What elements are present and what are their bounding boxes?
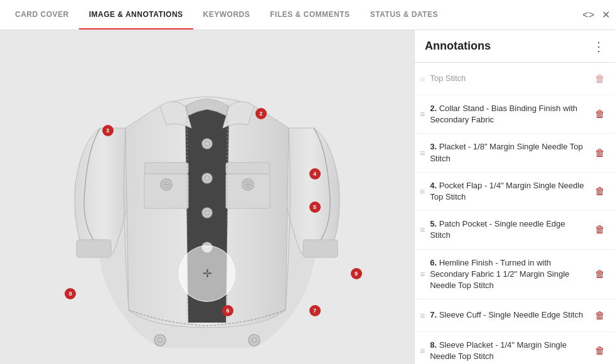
svg-rect-1 xyxy=(144,163,188,174)
main-content: 2 3 4 5 6 7 8 9 ✛ Annotations ⋮ ≡ Top St… xyxy=(0,30,615,364)
delete-annotation-button[interactable]: 🗑 xyxy=(592,72,607,86)
svg-point-17 xyxy=(202,208,212,218)
close-icon[interactable]: ✕ xyxy=(602,9,610,21)
annotation-text: 3. Placket - 1/8" Margin Single Needle T… xyxy=(430,141,587,164)
annotation-dot-6[interactable]: 6 xyxy=(222,305,233,316)
drag-handle[interactable]: ≡ xyxy=(420,186,425,196)
annotation-dot-2[interactable]: 2 xyxy=(255,108,267,119)
annotation-dot-9[interactable]: 9 xyxy=(351,268,362,279)
svg-point-15 xyxy=(202,173,212,183)
image-panel[interactable]: 2 3 4 5 6 7 8 9 ✛ xyxy=(0,30,414,364)
annotation-text: 6. Hemline Finish - Turned in with Secon… xyxy=(430,257,587,292)
annotation-text: 8. Sleeve Placket - 1/4" Margin Single N… xyxy=(430,340,587,362)
annotation-text: 5. Patch Pocket - Single needle Edge Sti… xyxy=(430,218,587,241)
annotation-dot-5[interactable]: 5 xyxy=(309,201,321,213)
app-container: CARD COVER IMAGE & ANNOTATIONS KEYWORDS … xyxy=(0,0,615,364)
tab-image-annotations[interactable]: IMAGE & ANNOTATIONS xyxy=(79,0,193,29)
drag-handle[interactable]: ≡ xyxy=(420,148,425,158)
drag-handle[interactable]: ≡ xyxy=(420,269,425,279)
tab-card-cover[interactable]: CARD COVER xyxy=(5,0,79,29)
annotations-header: Annotations ⋮ xyxy=(415,30,615,63)
code-icon[interactable]: <> xyxy=(582,9,594,21)
svg-point-13 xyxy=(202,139,212,149)
annotation-text: 4. Pocket Flap - 1/4" Margin Single Need… xyxy=(430,180,587,203)
annotation-item: ≡ 7. Sleeve Cuff - Single Needle Edge St… xyxy=(415,299,615,332)
delete-annotation-button[interactable]: 🗑 xyxy=(592,223,607,237)
svg-rect-7 xyxy=(226,163,270,174)
annotation-item: ≡ Top Stitch 🗑 xyxy=(415,63,615,95)
drag-handle[interactable]: ≡ xyxy=(420,74,425,84)
annotation-dot-8[interactable]: 8 xyxy=(65,288,76,299)
delete-annotation-button[interactable]: 🗑 xyxy=(592,344,607,358)
annotation-dot-3[interactable]: 3 xyxy=(102,125,114,136)
annotation-item: ≡ 6. Hemline Finish - Turned in with Sec… xyxy=(415,250,615,300)
annotation-text: Top Stitch xyxy=(430,73,587,84)
annotation-item: ≡ 4. Pocket Flap - 1/4" Margin Single Ne… xyxy=(415,173,615,211)
annotation-item: ≡ 3. Placket - 1/8" Margin Single Needle… xyxy=(415,134,615,172)
annotations-title: Annotations xyxy=(425,40,491,53)
annotations-list: ≡ Top Stitch 🗑 ≡ 2. Collar Stand - Bias … xyxy=(415,63,615,364)
svg-rect-24 xyxy=(303,240,338,257)
delete-annotation-button[interactable]: 🗑 xyxy=(592,309,607,323)
svg-rect-21 xyxy=(77,240,111,257)
annotation-text: 2. Collar Stand - Bias Binding Finish wi… xyxy=(430,103,587,126)
drag-handle[interactable]: ≡ xyxy=(420,109,425,119)
magnifier xyxy=(179,245,235,302)
tab-bar: CARD COVER IMAGE & ANNOTATIONS KEYWORDS … xyxy=(0,0,615,30)
annotation-item: ≡ 2. Collar Stand - Bias Binding Finish … xyxy=(415,95,615,134)
annotation-item: ≡ 8. Sleeve Placket - 1/4" Margin Single… xyxy=(415,332,615,364)
annotations-panel: Annotations ⋮ ≡ Top Stitch 🗑 ≡ 2. Collar… xyxy=(414,30,615,364)
drag-handle[interactable]: ≡ xyxy=(420,346,425,356)
delete-annotation-button[interactable]: 🗑 xyxy=(592,267,607,281)
tab-keywords[interactable]: KEYWORDS xyxy=(193,0,260,29)
tab-status-dates[interactable]: STATUS & DATES xyxy=(360,0,448,29)
delete-annotation-button[interactable]: 🗑 xyxy=(592,185,607,198)
annotation-item: ≡ 5. Patch Pocket - Single needle Edge S… xyxy=(415,211,615,249)
svg-point-22 xyxy=(154,335,166,346)
svg-point-25 xyxy=(249,335,260,346)
tab-files-comments[interactable]: FILES & COMMENTS xyxy=(260,0,360,29)
drag-handle[interactable]: ≡ xyxy=(420,225,425,235)
annotations-menu-button[interactable]: ⋮ xyxy=(592,39,605,54)
annotation-dot-4[interactable]: 4 xyxy=(309,168,321,179)
drag-handle[interactable]: ≡ xyxy=(420,311,425,321)
annotation-text: 7. Sleeve Cuff - Single Needle Edge Stit… xyxy=(430,309,587,321)
delete-annotation-button[interactable]: 🗑 xyxy=(592,146,607,160)
jacket-image xyxy=(0,30,414,364)
header-icons: <> ✕ xyxy=(582,9,610,21)
annotation-dot-7[interactable]: 7 xyxy=(309,305,321,316)
delete-annotation-button[interactable]: 🗑 xyxy=(592,107,607,121)
